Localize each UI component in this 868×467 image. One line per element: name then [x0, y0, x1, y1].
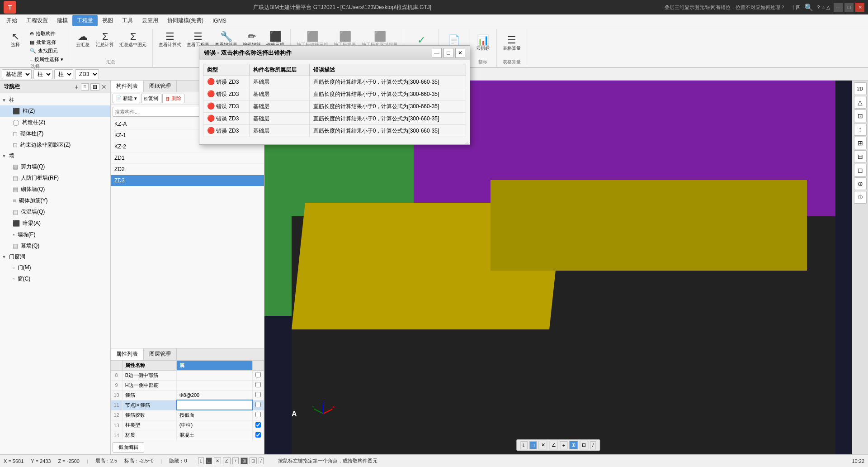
tree-item-al[interactable]: ⬛ 暗梁(A)	[0, 218, 110, 229]
menu-item-collab[interactable]: 协同建模(免费)	[163, 15, 208, 26]
prop-val-12[interactable]: 按截面	[176, 410, 252, 420]
tab-layer-mgmt[interactable]: 图层管理	[144, 348, 177, 360]
grid-view-btn[interactable]: ⊞	[90, 83, 99, 91]
s-grid-btn[interactable]: ⊞	[241, 457, 248, 464]
prop-val-14[interactable]: 混凝土	[176, 430, 252, 440]
dialog-minimize-btn[interactable]: —	[432, 48, 442, 58]
rt-updown-btn[interactable]: ↕	[854, 123, 867, 136]
tree-category-column[interactable]: ▼ 柱	[0, 95, 110, 105]
comp-item-zd3[interactable]: ZD3	[111, 175, 264, 186]
cloud-index-btn[interactable]: 📊 云指标	[473, 33, 493, 53]
measure-slash-btn[interactable]: /	[590, 441, 596, 449]
tree-item-qtz[interactable]: ◻ 砌体柱(Z)	[0, 128, 110, 139]
dialog-resize-handle[interactable]: ⊹	[199, 141, 470, 144]
prop-val-8[interactable]	[176, 370, 252, 380]
menu-item-project-settings[interactable]: 工程设置	[22, 15, 52, 26]
dialog-maximize-btn[interactable]: □	[443, 48, 453, 58]
comp-item-zd1[interactable]: ZD1	[111, 152, 264, 164]
s-angle-btn[interactable]: ∠	[223, 457, 231, 464]
s-plus-btn[interactable]: +	[232, 457, 239, 464]
prop-check-11[interactable]	[255, 402, 261, 407]
batch-select-btn[interactable]: ▦批量选择	[28, 38, 65, 46]
prop-check-10[interactable]	[255, 392, 261, 397]
measure-plus-btn[interactable]: +	[560, 441, 567, 449]
nav-panel-close[interactable]: ✕	[101, 83, 107, 91]
prop-check-9[interactable]	[255, 382, 261, 387]
tree-item-door[interactable]: ▫ 门(M)	[0, 262, 110, 273]
tree-category-wall[interactable]: ▼ 墙	[0, 151, 110, 161]
tree-item-ysyz[interactable]: ⊡ 约束边缘非阴影区(Z)	[0, 139, 110, 151]
comp-item-zd2[interactable]: ZD2	[111, 164, 264, 175]
rt-square-btn[interactable]: ◻	[854, 164, 867, 176]
minimize-button[interactable]: —	[834, 3, 843, 12]
measure-grid-btn[interactable]: ⊞	[569, 441, 578, 449]
view-formula-btn[interactable]: ☰ 查看计算式	[156, 30, 184, 49]
cloud-summary-btn[interactable]: ☁ 云汇总	[73, 30, 93, 49]
tree-item-qtq[interactable]: ▤ 砌体墙(Q)	[0, 184, 110, 195]
calc-summary-btn[interactable]: Σ 汇总计算	[94, 30, 116, 49]
menu-item-view[interactable]: 视图	[98, 15, 118, 26]
prop-check-13[interactable]	[255, 422, 261, 428]
add-icon[interactable]: +	[74, 83, 79, 91]
rt-triangle-btn[interactable]: △	[854, 96, 867, 109]
delete-component-btn[interactable]: 🗑删除	[162, 94, 184, 103]
s-target-btn[interactable]: ⊡	[250, 457, 257, 464]
tab-props-list[interactable]: 属性列表	[111, 348, 144, 360]
section-edit-button[interactable]: 截面编辑	[113, 442, 144, 453]
select-button[interactable]: ↖ 选择	[5, 30, 25, 63]
measure-line-btn[interactable]: L	[520, 441, 528, 449]
tree-item-qtjj[interactable]: ≡ 砌体加筋(Y)	[0, 195, 110, 206]
tree-item-jlq[interactable]: ▤ 剪力墙(Q)	[0, 161, 110, 172]
tab-component-list[interactable]: 构件列表	[111, 81, 144, 92]
menu-item-modeling[interactable]: 建模	[52, 15, 72, 26]
tree-item-gjz[interactable]: ◯ 构造柱(Z)	[0, 117, 110, 128]
menu-item-quantity[interactable]: 工程量	[72, 15, 98, 26]
close-button[interactable]: ✕	[855, 3, 864, 12]
table-calc-btn[interactable]: ☰ 表格算量	[500, 33, 523, 53]
s-line-btn[interactable]: L	[198, 457, 204, 464]
measure-x-btn[interactable]: ✕	[539, 441, 547, 449]
list-view-btn[interactable]: ≡	[81, 83, 89, 91]
tab-drawing-mgmt[interactable]: 图纸管理	[144, 81, 177, 92]
menu-item-start[interactable]: 开始	[2, 15, 22, 26]
attr-select-btn[interactable]: ≡按属性选择 ▾	[28, 56, 65, 63]
copy-component-btn[interactable]: ⎘复制	[141, 94, 161, 103]
layer-select[interactable]: 基础层 1层 2层	[2, 69, 32, 79]
tree-category-door-window[interactable]: ▼ 门窗洞	[0, 252, 110, 262]
subtype-select[interactable]: 柱	[54, 69, 73, 79]
tree-item-rfmk[interactable]: ▤ 人防门框墙(RF)	[0, 172, 110, 184]
maximize-button[interactable]: □	[844, 3, 854, 12]
menu-item-tools[interactable]: 工具	[118, 15, 137, 26]
tree-item-mq[interactable]: ▤ 幕墙(Q)	[0, 240, 110, 252]
measure-rect-btn[interactable]: □	[529, 441, 537, 449]
selected-summary-btn[interactable]: Σ 汇总选中图元	[117, 30, 149, 49]
prop-check-14[interactable]	[255, 432, 261, 438]
rt-2d-btn[interactable]: 2D	[854, 82, 867, 95]
tree-item-bwq[interactable]: ▤ 保温墙(Q)	[0, 206, 110, 218]
s-rect-btn[interactable]: □	[206, 457, 212, 464]
menu-item-igms[interactable]: IGMS	[208, 16, 231, 26]
find-element-btn[interactable]: 🔍查找图元	[28, 47, 65, 55]
measure-angle-btn[interactable]: ∠	[549, 441, 558, 449]
measure-target-btn[interactable]: ⊡	[580, 441, 588, 449]
rt-frame-btn[interactable]: ⊡	[854, 110, 867, 122]
tree-item-qd[interactable]: ▪ 墙垛(E)	[0, 229, 110, 240]
rt-grid-btn[interactable]: ⊞	[854, 137, 867, 149]
component-select[interactable]: ZD3	[75, 69, 99, 79]
prop-val-11[interactable]	[176, 400, 252, 410]
dialog-close-btn[interactable]: ✕	[455, 48, 465, 58]
menu-item-cloud[interactable]: 云应用	[137, 15, 163, 26]
pick-component-btn[interactable]: ⊕拾取构件	[28, 30, 65, 38]
prop-val-9[interactable]	[176, 380, 252, 390]
s-slash-btn[interactable]: /	[259, 457, 264, 464]
prop-check-8[interactable]	[255, 372, 261, 377]
prop-check-12[interactable]	[255, 412, 261, 417]
tree-item-kz[interactable]: ⬛ 柱(Z)	[0, 105, 110, 117]
tree-item-window[interactable]: ▫ 窗(C)	[0, 273, 110, 285]
prop-val-13[interactable]: (中柱)	[176, 420, 252, 430]
prop-val-10[interactable]: Φ8@200	[176, 390, 252, 400]
rt-plus-btn[interactable]: ⊕	[854, 177, 867, 190]
type-select[interactable]: 柱 墙	[33, 69, 52, 79]
rt-info-btn[interactable]: ⓘ	[854, 191, 867, 204]
s-x-btn[interactable]: ✕	[214, 457, 221, 464]
